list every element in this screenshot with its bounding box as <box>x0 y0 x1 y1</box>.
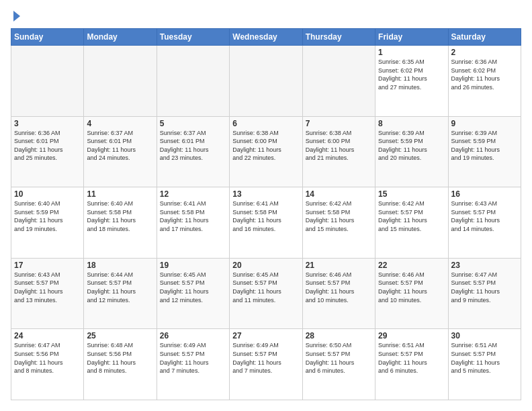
calendar-cell: 21Sunrise: 6:46 AM Sunset: 5:57 PM Dayli… <box>302 258 375 329</box>
day-number: 10 <box>14 189 81 199</box>
day-info: Sunrise: 6:49 AM Sunset: 5:57 PM Dayligh… <box>160 341 226 375</box>
day-number: 17 <box>14 261 81 270</box>
day-number: 5 <box>160 119 226 128</box>
day-number: 16 <box>451 189 518 199</box>
day-number: 21 <box>306 261 372 270</box>
calendar-cell: 7Sunrise: 6:38 AM Sunset: 6:00 PM Daylig… <box>302 116 375 187</box>
day-info: Sunrise: 6:39 AM Sunset: 5:59 PM Dayligh… <box>378 129 445 163</box>
day-info: Sunrise: 6:45 AM Sunset: 5:57 PM Dayligh… <box>160 271 226 304</box>
calendar-cell <box>302 46 375 117</box>
weekday-header-thursday: Thursday <box>302 29 375 46</box>
calendar-cell: 22Sunrise: 6:46 AM Sunset: 5:57 PM Dayli… <box>375 258 448 329</box>
day-number: 19 <box>160 261 226 270</box>
day-number: 23 <box>451 261 518 270</box>
day-number: 20 <box>232 261 299 270</box>
weekday-header-wednesday: Wednesday <box>230 29 302 46</box>
day-info: Sunrise: 6:36 AM Sunset: 6:02 PM Dayligh… <box>451 58 518 91</box>
calendar-cell: 2Sunrise: 6:36 AM Sunset: 6:02 PM Daylig… <box>448 46 521 117</box>
calendar-cell: 23Sunrise: 6:47 AM Sunset: 5:57 PM Dayli… <box>448 258 521 329</box>
calendar-cell: 24Sunrise: 6:47 AM Sunset: 5:56 PM Dayli… <box>11 329 84 400</box>
day-info: Sunrise: 6:39 AM Sunset: 5:59 PM Dayligh… <box>451 129 518 163</box>
week-row-1: 1Sunrise: 6:35 AM Sunset: 6:02 PM Daylig… <box>11 46 521 117</box>
page: SundayMondayTuesdayWednesdayThursdayFrid… <box>0 0 532 411</box>
day-info: Sunrise: 6:48 AM Sunset: 5:56 PM Dayligh… <box>87 341 153 375</box>
calendar-cell: 5Sunrise: 6:37 AM Sunset: 6:01 PM Daylig… <box>157 116 229 187</box>
calendar-cell: 12Sunrise: 6:41 AM Sunset: 5:58 PM Dayli… <box>157 187 229 259</box>
day-number: 26 <box>160 331 226 340</box>
calendar-cell <box>230 46 302 117</box>
weekday-header-tuesday: Tuesday <box>157 29 229 46</box>
calendar-cell: 18Sunrise: 6:44 AM Sunset: 5:57 PM Dayli… <box>84 258 157 329</box>
day-info: Sunrise: 6:38 AM Sunset: 6:00 PM Dayligh… <box>232 129 299 163</box>
day-number: 9 <box>451 119 518 128</box>
calendar-cell: 11Sunrise: 6:40 AM Sunset: 5:58 PM Dayli… <box>84 187 157 259</box>
calendar-cell: 15Sunrise: 6:42 AM Sunset: 5:57 PM Dayli… <box>375 187 448 259</box>
calendar-cell: 26Sunrise: 6:49 AM Sunset: 5:57 PM Dayli… <box>157 329 229 400</box>
day-info: Sunrise: 6:47 AM Sunset: 5:56 PM Dayligh… <box>14 341 81 375</box>
day-number: 27 <box>232 331 299 340</box>
day-info: Sunrise: 6:40 AM Sunset: 5:59 PM Dayligh… <box>14 199 81 233</box>
calendar-cell: 28Sunrise: 6:50 AM Sunset: 5:57 PM Dayli… <box>302 329 375 400</box>
day-number: 22 <box>378 261 445 270</box>
day-info: Sunrise: 6:38 AM Sunset: 6:00 PM Dayligh… <box>306 129 372 163</box>
week-row-2: 3Sunrise: 6:36 AM Sunset: 6:01 PM Daylig… <box>11 116 521 187</box>
calendar-cell: 29Sunrise: 6:51 AM Sunset: 5:57 PM Dayli… <box>375 329 448 400</box>
day-info: Sunrise: 6:47 AM Sunset: 5:57 PM Dayligh… <box>451 271 518 304</box>
calendar-cell: 1Sunrise: 6:35 AM Sunset: 6:02 PM Daylig… <box>375 46 448 117</box>
day-number: 13 <box>232 189 299 199</box>
day-info: Sunrise: 6:46 AM Sunset: 5:57 PM Dayligh… <box>306 271 372 304</box>
header <box>11 11 521 21</box>
calendar-cell <box>84 46 157 117</box>
weekday-header-sunday: Sunday <box>11 29 84 46</box>
calendar-cell: 19Sunrise: 6:45 AM Sunset: 5:57 PM Dayli… <box>157 258 229 329</box>
day-info: Sunrise: 6:51 AM Sunset: 5:57 PM Dayligh… <box>451 341 518 375</box>
day-number: 3 <box>14 119 81 128</box>
calendar-cell: 8Sunrise: 6:39 AM Sunset: 5:59 PM Daylig… <box>375 116 448 187</box>
day-info: Sunrise: 6:43 AM Sunset: 5:57 PM Dayligh… <box>451 199 518 233</box>
day-info: Sunrise: 6:51 AM Sunset: 5:57 PM Dayligh… <box>378 341 445 375</box>
day-number: 6 <box>232 119 299 128</box>
calendar-cell <box>157 46 229 117</box>
day-number: 8 <box>378 119 445 128</box>
day-info: Sunrise: 6:44 AM Sunset: 5:57 PM Dayligh… <box>87 271 153 304</box>
weekday-header-monday: Monday <box>84 29 157 46</box>
calendar-cell: 17Sunrise: 6:43 AM Sunset: 5:57 PM Dayli… <box>11 258 84 329</box>
calendar-cell: 3Sunrise: 6:36 AM Sunset: 6:01 PM Daylig… <box>11 116 84 187</box>
day-number: 18 <box>87 261 153 270</box>
day-number: 25 <box>87 331 153 340</box>
day-info: Sunrise: 6:35 AM Sunset: 6:02 PM Dayligh… <box>378 58 445 91</box>
logo-arrow-icon <box>13 11 20 21</box>
week-row-5: 24Sunrise: 6:47 AM Sunset: 5:56 PM Dayli… <box>11 329 521 400</box>
day-info: Sunrise: 6:45 AM Sunset: 5:57 PM Dayligh… <box>232 271 299 304</box>
day-info: Sunrise: 6:43 AM Sunset: 5:57 PM Dayligh… <box>14 271 81 304</box>
day-info: Sunrise: 6:41 AM Sunset: 5:58 PM Dayligh… <box>160 199 226 233</box>
day-number: 4 <box>87 119 153 128</box>
day-info: Sunrise: 6:50 AM Sunset: 5:57 PM Dayligh… <box>306 341 372 375</box>
calendar-cell: 25Sunrise: 6:48 AM Sunset: 5:56 PM Dayli… <box>84 329 157 400</box>
day-number: 14 <box>306 189 372 199</box>
day-info: Sunrise: 6:41 AM Sunset: 5:58 PM Dayligh… <box>232 199 299 233</box>
weekday-header-saturday: Saturday <box>448 29 521 46</box>
calendar-cell: 9Sunrise: 6:39 AM Sunset: 5:59 PM Daylig… <box>448 116 521 187</box>
calendar-cell: 16Sunrise: 6:43 AM Sunset: 5:57 PM Dayli… <box>448 187 521 259</box>
day-info: Sunrise: 6:42 AM Sunset: 5:57 PM Dayligh… <box>378 199 445 233</box>
logo <box>11 11 20 21</box>
day-number: 24 <box>14 331 81 340</box>
weekday-header-row: SundayMondayTuesdayWednesdayThursdayFrid… <box>11 29 521 46</box>
day-number: 11 <box>87 189 153 199</box>
day-info: Sunrise: 6:37 AM Sunset: 6:01 PM Dayligh… <box>87 129 153 163</box>
day-number: 7 <box>306 119 372 128</box>
day-number: 12 <box>160 189 226 199</box>
calendar-cell: 13Sunrise: 6:41 AM Sunset: 5:58 PM Dayli… <box>230 187 302 259</box>
day-number: 15 <box>378 189 445 199</box>
week-row-4: 17Sunrise: 6:43 AM Sunset: 5:57 PM Dayli… <box>11 258 521 329</box>
day-info: Sunrise: 6:42 AM Sunset: 5:58 PM Dayligh… <box>306 199 372 233</box>
calendar-cell: 4Sunrise: 6:37 AM Sunset: 6:01 PM Daylig… <box>84 116 157 187</box>
day-info: Sunrise: 6:46 AM Sunset: 5:57 PM Dayligh… <box>378 271 445 304</box>
day-info: Sunrise: 6:40 AM Sunset: 5:58 PM Dayligh… <box>87 199 153 233</box>
weekday-header-friday: Friday <box>375 29 448 46</box>
day-number: 30 <box>451 331 518 340</box>
day-number: 29 <box>378 331 445 340</box>
calendar-cell: 10Sunrise: 6:40 AM Sunset: 5:59 PM Dayli… <box>11 187 84 259</box>
calendar-cell: 20Sunrise: 6:45 AM Sunset: 5:57 PM Dayli… <box>230 258 302 329</box>
